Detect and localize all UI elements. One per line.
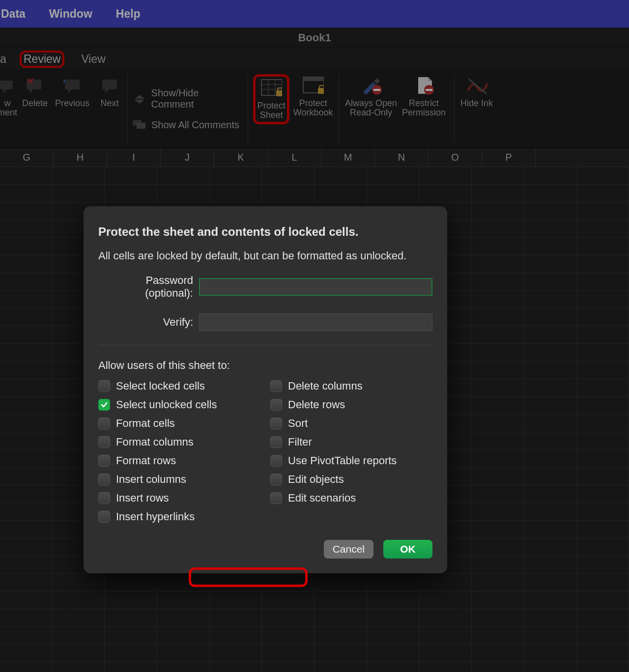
grid-cell[interactable] xyxy=(524,308,577,326)
grid-cell[interactable] xyxy=(314,574,367,591)
checkbox-sort[interactable]: Sort xyxy=(270,416,432,431)
grid-cell[interactable] xyxy=(314,591,367,609)
grid-cell[interactable] xyxy=(576,379,629,396)
grid-cell[interactable] xyxy=(576,415,629,432)
grid-cell[interactable] xyxy=(524,468,577,485)
grid-cell[interactable] xyxy=(0,291,53,308)
grid-cell[interactable] xyxy=(419,644,472,662)
checkbox-select-locked-cells[interactable]: Select locked cells xyxy=(98,379,260,393)
grid-cell[interactable] xyxy=(524,591,577,609)
grid-cell[interactable] xyxy=(472,609,524,626)
grid-cell[interactable] xyxy=(157,591,210,609)
grid-cell[interactable] xyxy=(576,450,629,467)
grid-cell[interactable] xyxy=(472,574,524,591)
grid-cell[interactable] xyxy=(210,167,262,184)
col-header[interactable]: M xyxy=(321,148,375,167)
grid-cell[interactable] xyxy=(105,662,157,672)
grid-cell[interactable] xyxy=(262,644,314,662)
checkbox-format-cells[interactable]: Format cells xyxy=(98,416,260,431)
grid-cell[interactable] xyxy=(576,468,629,485)
grid-cell[interactable] xyxy=(314,185,367,202)
grid-cell[interactable] xyxy=(576,185,629,202)
grid-cell[interactable] xyxy=(524,662,577,672)
grid-cell[interactable] xyxy=(472,538,524,556)
grid-cell[interactable] xyxy=(0,344,53,361)
grid-cell[interactable] xyxy=(105,167,157,184)
checkbox-box[interactable] xyxy=(270,492,282,504)
grid-cell[interactable] xyxy=(472,556,524,573)
grid-cell[interactable] xyxy=(367,167,420,184)
grid-cell[interactable] xyxy=(524,609,577,626)
grid-cell[interactable] xyxy=(0,255,53,273)
grid-cell[interactable] xyxy=(524,538,577,556)
grid-cell[interactable] xyxy=(0,574,53,591)
grid-cell[interactable] xyxy=(576,273,629,290)
grid-cell[interactable] xyxy=(472,344,524,361)
grid-cell[interactable] xyxy=(367,574,420,591)
col-header[interactable]: J xyxy=(161,148,214,167)
grid-cell[interactable] xyxy=(576,574,629,591)
grid-cell[interactable] xyxy=(0,379,53,396)
grid-cell[interactable] xyxy=(105,591,157,609)
grid-cell[interactable] xyxy=(210,662,262,672)
grid-cell[interactable] xyxy=(576,344,629,361)
delete-comment-button[interactable]: Delete xyxy=(18,74,52,110)
grid-cell[interactable] xyxy=(262,609,314,626)
grid-cell[interactable] xyxy=(105,185,157,202)
grid-cell[interactable] xyxy=(472,308,524,326)
grid-cell[interactable] xyxy=(472,450,524,467)
grid-cell[interactable] xyxy=(472,255,524,273)
grid-cell[interactable] xyxy=(210,627,262,644)
checkbox-box[interactable] xyxy=(98,436,110,448)
grid-cell[interactable] xyxy=(419,185,472,202)
grid-cell[interactable] xyxy=(576,609,629,626)
password-input[interactable] xyxy=(199,278,432,296)
grid-cell[interactable] xyxy=(157,609,210,626)
ok-button[interactable]: OK xyxy=(383,540,432,559)
grid-cell[interactable] xyxy=(576,503,629,520)
col-header[interactable]: L xyxy=(268,148,321,167)
grid-cell[interactable] xyxy=(0,326,53,343)
grid-cell[interactable] xyxy=(0,238,53,255)
grid-cell[interactable] xyxy=(524,344,577,361)
grid-cell[interactable] xyxy=(472,415,524,432)
grid-cell[interactable] xyxy=(262,627,314,644)
grid-cell[interactable] xyxy=(419,591,472,609)
grid-cell[interactable] xyxy=(262,185,314,202)
grid-cell[interactable] xyxy=(524,627,577,644)
checkbox-use-pivottable-reports[interactable]: Use PivotTable reports xyxy=(270,453,432,468)
grid-cell[interactable] xyxy=(0,627,53,644)
grid-cell[interactable] xyxy=(524,167,577,184)
grid-cell[interactable] xyxy=(524,644,577,662)
checkbox-delete-columns[interactable]: Delete columns xyxy=(270,379,432,393)
grid-cell[interactable] xyxy=(105,627,157,644)
grid-cell[interactable] xyxy=(210,609,262,626)
grid-cell[interactable] xyxy=(0,432,53,449)
grid-cell[interactable] xyxy=(524,574,577,591)
previous-comment-button[interactable]: Previous xyxy=(55,74,89,110)
grid-cell[interactable] xyxy=(0,167,53,184)
grid-cell[interactable] xyxy=(53,644,105,662)
grid-cell[interactable] xyxy=(472,485,524,503)
grid-cell[interactable] xyxy=(0,415,53,432)
checkbox-box[interactable] xyxy=(98,380,110,392)
grid-cell[interactable] xyxy=(210,591,262,609)
grid-cell[interactable] xyxy=(419,609,472,626)
verify-input[interactable] xyxy=(199,313,432,331)
checkbox-format-rows[interactable]: Format rows xyxy=(98,453,260,468)
show-hide-comment-button[interactable]: Show/Hide Comment xyxy=(133,87,243,110)
grid-cell[interactable] xyxy=(576,255,629,273)
grid-cell[interactable] xyxy=(472,662,524,672)
checkbox-box[interactable] xyxy=(98,492,110,504)
checkbox-box[interactable] xyxy=(270,474,282,485)
tab-view[interactable]: View xyxy=(79,53,107,66)
grid-cell[interactable] xyxy=(576,591,629,609)
grid-cell[interactable] xyxy=(576,485,629,503)
grid-cell[interactable] xyxy=(472,379,524,396)
grid-cell[interactable] xyxy=(472,326,524,343)
checkbox-edit-objects[interactable]: Edit objects xyxy=(270,472,432,487)
grid-cell[interactable] xyxy=(576,202,629,220)
grid-cell[interactable] xyxy=(157,662,210,672)
checkbox-box[interactable] xyxy=(270,418,282,429)
col-header[interactable]: G xyxy=(0,148,54,167)
